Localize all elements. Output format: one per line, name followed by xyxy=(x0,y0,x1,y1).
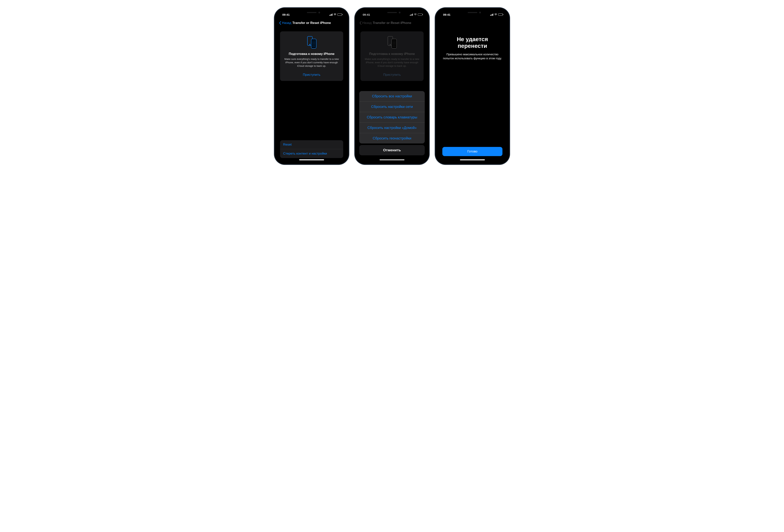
svg-point-5 xyxy=(315,41,315,41)
svg-point-13 xyxy=(313,45,314,45)
reset-keyboard-dictionary[interactable]: Сбросить словарь клавиатуры xyxy=(359,112,425,122)
svg-point-7 xyxy=(313,42,314,43)
screen-3: 09:41 Не удается перенести Превышено мак… xyxy=(438,10,507,162)
svg-point-11 xyxy=(315,43,315,44)
two-phones-icon xyxy=(283,36,340,49)
phone-frame-1: 09:41 Назад Transfer or Reset iPhone xyxy=(274,8,349,165)
cellular-icon xyxy=(329,13,333,16)
options-list: Reset Стереть контент и настройки xyxy=(280,140,343,158)
screen-1: 09:41 Назад Transfer or Reset iPhone xyxy=(277,10,346,162)
svg-point-14 xyxy=(315,45,315,45)
prepare-card: Подготовка к новому iPhone Make sure eve… xyxy=(280,31,343,81)
svg-point-15 xyxy=(312,46,313,47)
reset-row[interactable]: Reset xyxy=(280,140,343,149)
get-started-button[interactable]: Приступить xyxy=(283,71,340,78)
notch xyxy=(376,10,408,16)
back-label: Назад xyxy=(282,21,291,25)
battery-icon xyxy=(337,13,342,16)
erase-row[interactable]: Стереть контент и настройки xyxy=(280,149,343,158)
content: Подготовка к новому iPhone Make sure eve… xyxy=(277,27,346,162)
svg-point-1 xyxy=(309,44,310,45)
back-button[interactable]: Назад xyxy=(279,21,291,25)
reset-network-settings[interactable]: Сбросить настройки сети xyxy=(359,101,425,112)
cancel-button[interactable]: Отменить xyxy=(359,145,425,155)
phone-frame-3: 09:41 Не удается перенести Превышено мак… xyxy=(435,8,510,165)
svg-point-6 xyxy=(312,42,313,43)
svg-point-17 xyxy=(315,46,315,47)
home-indicator[interactable] xyxy=(460,159,485,160)
notch xyxy=(296,10,328,16)
status-time: 09:41 xyxy=(282,13,289,16)
phone-frame-2: 09:41 Назад Transfer or Reset iPhone xyxy=(355,8,429,165)
fail-content: Не удается перенести Превышено максималь… xyxy=(438,19,507,162)
svg-point-10 xyxy=(313,43,314,44)
status-time: 09:41 xyxy=(443,13,450,16)
prepare-description: Make sure everything's ready to transfer… xyxy=(283,57,340,68)
cellular-icon xyxy=(490,13,494,16)
svg-point-9 xyxy=(312,43,313,44)
notch xyxy=(457,10,488,16)
reset-location-settings[interactable]: Сбросить геонастройки xyxy=(359,133,425,144)
fail-description: Превышено максимальное количество попыто… xyxy=(442,52,502,60)
action-sheet: Сбросить все настройки Сбросить настройк… xyxy=(359,91,425,144)
reset-all-settings[interactable]: Сбросить все настройки xyxy=(359,91,425,101)
wifi-icon xyxy=(333,13,336,16)
screen-2: 09:41 Назад Transfer or Reset iPhone xyxy=(357,10,427,162)
action-sheet-overlay[interactable]: Сбросить все настройки Сбросить настройк… xyxy=(357,10,427,162)
fail-title: Не удается перенести xyxy=(442,36,502,49)
done-button[interactable]: Готово xyxy=(442,147,502,156)
nav-bar: Назад Transfer or Reset iPhone xyxy=(277,19,346,27)
wifi-icon xyxy=(494,13,497,16)
status-right xyxy=(329,13,342,16)
svg-point-8 xyxy=(315,42,315,43)
reset-home-layout[interactable]: Сбросить настройки «Домой» xyxy=(359,122,425,133)
svg-point-3 xyxy=(312,41,313,41)
status-right xyxy=(490,13,503,16)
prepare-title: Подготовка к новому iPhone xyxy=(283,52,340,56)
svg-point-4 xyxy=(313,41,314,41)
home-indicator[interactable] xyxy=(299,159,324,160)
battery-icon xyxy=(498,13,503,16)
svg-point-12 xyxy=(312,45,313,45)
svg-point-16 xyxy=(313,46,314,47)
